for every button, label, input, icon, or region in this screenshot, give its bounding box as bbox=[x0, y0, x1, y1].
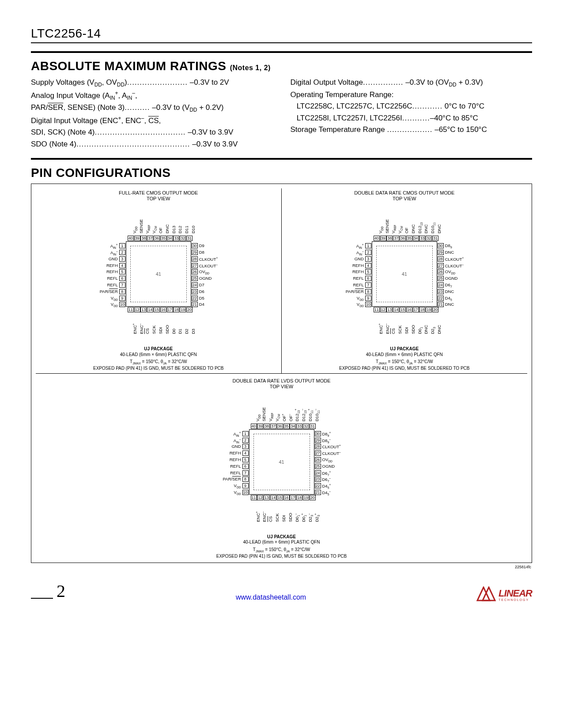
package-diagram: 411AIN+2AIN–3GND4REFH5REFH6REFL7REFL8PAR… bbox=[211, 391, 352, 533]
ratings-col-right: Digital Output Voltage................ –… bbox=[291, 77, 533, 150]
package-diagram: 411AIN+2AIN–3GND4REFH5REFH6REFL7REFL8PAR… bbox=[88, 203, 229, 345]
rule bbox=[31, 158, 532, 160]
footer-link[interactable]: www.datasheetall.com bbox=[236, 593, 306, 601]
linear-logo: LINEAR TECHNOLOGY bbox=[476, 586, 532, 601]
notes-ref: (Notes 1, 2) bbox=[230, 64, 271, 71]
pin-configurations-box: FULL-RATE CMOS OUTPUT MODETOP VIEW411AIN… bbox=[31, 184, 532, 563]
section-heading-pin: PIN CONFIGURATIONS bbox=[31, 166, 532, 180]
package-diagram: 411AIN+2AIN–3GND4REFH5REFH6REFL7REFL8PAR… bbox=[334, 203, 475, 345]
ratings-columns: Supply Voltages (VDD, OVDD).............… bbox=[31, 77, 532, 150]
pinout-title: DOUBLE DATA RATE LVDS OUTPUT MODETOP VIE… bbox=[232, 378, 330, 390]
pinout-title: DOUBLE DATA RATE CMOS OUTPUT MODETOP VIE… bbox=[354, 190, 454, 202]
pinout-title: FULL-RATE CMOS OUTPUT MODETOP VIEW bbox=[119, 190, 198, 202]
ratings-col-left: Supply Voltages (VDD, OVDD).............… bbox=[31, 77, 273, 150]
section-heading-amr: ABSOLUTE MAXIMUM RATINGS (Notes 1, 2) bbox=[31, 59, 532, 73]
doc-code: 225814fc bbox=[31, 563, 532, 569]
page-number: 2 bbox=[57, 581, 65, 601]
part-number: LTC2256-14 bbox=[31, 26, 532, 41]
rule bbox=[31, 51, 532, 53]
